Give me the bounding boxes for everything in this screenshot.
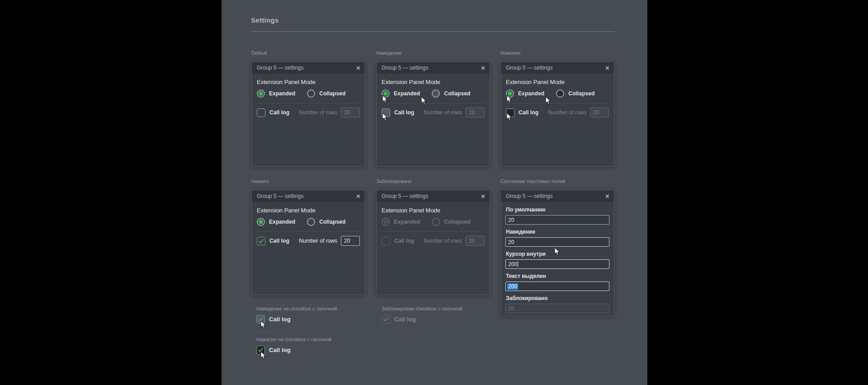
- demo-checkbox-row: Call log: [256, 315, 337, 324]
- field-label: Текст выделен: [506, 273, 609, 279]
- section-title: Extension Panel Mode: [506, 79, 609, 85]
- radio-dot: [508, 91, 512, 96]
- dialog-body: По умолчанию20Наведение20Курсор внутри20…: [501, 202, 614, 313]
- close-icon[interactable]: ✕: [605, 193, 610, 199]
- section-divider: [506, 103, 609, 103]
- settings-dialog: Group 5 — settings✕Extension Panel ModeE…: [251, 190, 365, 295]
- state-card-label: Нажато: [251, 178, 366, 185]
- radio-expanded[interactable]: Expanded: [382, 89, 420, 98]
- radio-group-extension-panel-mode: ExpandedCollapsed: [257, 89, 360, 98]
- radio-circle-icon: [307, 89, 315, 98]
- number-of-rows-input: 20: [590, 108, 609, 117]
- checkbox-call-log[interactable]: Call log: [257, 108, 289, 117]
- dialog-body: Extension Panel ModeExpandedCollapsedCal…: [252, 79, 365, 117]
- settings-dialog: Group 5 — settings✕Extension Panel ModeE…: [376, 61, 490, 167]
- checkbox-icon: [382, 237, 390, 245]
- radio-group-extension-panel-mode: ExpandedCollapsed: [257, 218, 360, 226]
- textfield-states-card: Состояние текстовых полейGroup 5 — setti…: [500, 178, 615, 316]
- settings-dialog: Group 5 — settings✕Extension Panel ModeE…: [251, 61, 365, 167]
- settings-dialog: Group 5 — settings✕Extension Panel ModeE…: [376, 190, 490, 295]
- checkbox-call-log[interactable]: Call log: [382, 108, 414, 117]
- radio-expanded[interactable]: Expanded: [257, 218, 295, 226]
- call-log-row: Call logNumber of rows20: [382, 108, 485, 117]
- radio-expanded[interactable]: Expanded: [257, 89, 295, 98]
- checkbox-demo-3: Нажатие на checkbox с галочкойCall log: [256, 336, 331, 354]
- number-of-rows-group: Number of rows20: [424, 108, 485, 117]
- number-of-rows-label: Number of rows: [299, 109, 337, 116]
- number-of-rows-value: 20: [469, 109, 475, 116]
- dialog-title: Group 5 — settings: [382, 193, 428, 199]
- text-input-3[interactable]: 200: [505, 259, 609, 269]
- close-icon[interactable]: ✕: [481, 65, 486, 71]
- radio-label: Expanded: [394, 219, 420, 225]
- number-of-rows-label: Number of rows: [424, 109, 462, 116]
- radio-dot: [558, 91, 562, 96]
- radio-label: Expanded: [269, 90, 295, 97]
- radio-group-extension-panel-mode: ExpandedCollapsed: [506, 89, 609, 98]
- text-input-2[interactable]: 20: [505, 237, 609, 247]
- radio-circle-icon: [506, 89, 514, 98]
- radio-label: Expanded: [269, 219, 295, 225]
- radio-collapsed[interactable]: Collapsed: [556, 89, 594, 98]
- close-icon[interactable]: ✕: [605, 65, 610, 71]
- checkbox-icon: [256, 315, 265, 324]
- field-group: Наведение20: [505, 229, 609, 247]
- demo-checkbox-row: Call log: [256, 346, 331, 354]
- dialog-titlebar: Group 5 — settings✕: [252, 190, 365, 202]
- call-log-row: Call logNumber of rows20: [382, 236, 485, 246]
- checkbox-call-log[interactable]: Call log: [256, 315, 291, 324]
- radio-collapsed[interactable]: Collapsed: [307, 89, 345, 98]
- section-title: Extension Panel Mode: [257, 79, 360, 85]
- checkbox-icon: [257, 237, 265, 245]
- radio-collapsed[interactable]: Collapsed: [432, 89, 470, 98]
- dialog-title: Group 5 — settings: [257, 65, 303, 71]
- dialog-title: Group 5 — settings: [506, 193, 552, 199]
- close-icon[interactable]: ✕: [356, 65, 361, 71]
- demo-section-divider: [256, 331, 347, 332]
- number-of-rows-group: Number of rows20: [299, 108, 360, 117]
- call-log-row: Call logNumber of rows20: [506, 108, 609, 117]
- dialog-body: Extension Panel ModeExpandedCollapsedCal…: [501, 79, 614, 117]
- number-of-rows-input[interactable]: 20: [341, 236, 360, 246]
- dialog-titlebar: Group 5 — settings✕: [252, 62, 365, 74]
- field-label: Наведение: [506, 229, 609, 235]
- section-title: Extension Panel Mode: [257, 207, 360, 214]
- dialog-body: Extension Panel ModeExpandedCollapsedCal…: [377, 207, 490, 246]
- number-of-rows-input: 20: [466, 236, 485, 246]
- field-group: Текст выделен200: [505, 273, 609, 291]
- checkbox-call-log[interactable]: Call log: [506, 108, 538, 117]
- checkbox-demo-2: Заблокирован checkbox с галочкойCall log: [382, 305, 462, 324]
- call-log-row: Call logNumber of rows20: [257, 236, 360, 246]
- text-input-4[interactable]: 200: [505, 282, 609, 291]
- dialog-title: Group 5 — settings: [506, 65, 552, 71]
- radio-circle-icon: [432, 218, 440, 226]
- checkbox-label: Call log: [269, 109, 289, 116]
- checkbox-label: Call log: [394, 109, 414, 116]
- radio-label: Expanded: [394, 90, 420, 97]
- number-of-rows-group: Number of rows20: [424, 236, 485, 246]
- radio-circle-icon: [382, 89, 390, 98]
- text-caret: [518, 261, 518, 267]
- number-of-rows-group: Number of rows20: [299, 236, 360, 246]
- checkbox-call-log[interactable]: Call log: [257, 237, 289, 245]
- close-icon[interactable]: ✕: [356, 193, 361, 199]
- call-log-row: Call logNumber of rows20: [257, 108, 360, 117]
- field-group: Курсор внутри200: [505, 251, 609, 269]
- settings-page: Settings DefaultGroup 5 — settings✕Exten…: [222, 0, 647, 385]
- section-divider: [257, 103, 360, 103]
- radio-expanded[interactable]: Expanded: [506, 89, 544, 98]
- text-input-value: 200: [507, 283, 518, 290]
- close-icon[interactable]: ✕: [481, 193, 486, 199]
- radio-collapsed[interactable]: Collapsed: [307, 218, 345, 226]
- dialog-body: Extension Panel ModeExpandedCollapsedCal…: [377, 79, 490, 117]
- radio-dot: [383, 91, 388, 96]
- text-input-1[interactable]: 20: [505, 215, 609, 225]
- dialog-titlebar: Group 5 — settings✕: [501, 62, 614, 74]
- radio-group-extension-panel-mode: ExpandedCollapsed: [382, 218, 485, 226]
- number-of-rows-input: 20: [466, 108, 485, 117]
- section-divider: [382, 231, 485, 232]
- demo-label: Наведение на checkbox с галочкой: [256, 305, 337, 312]
- checkbox-call-log[interactable]: Call log: [256, 346, 291, 354]
- radio-label: Collapsed: [444, 90, 470, 97]
- radio-label: Collapsed: [319, 90, 345, 97]
